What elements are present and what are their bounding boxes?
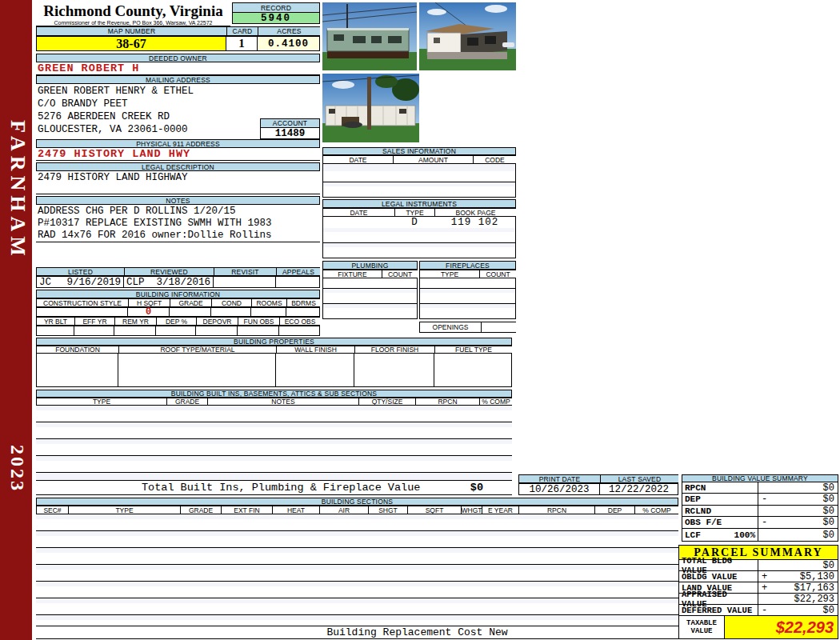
mailing-line: GREEN ROBERT HENRY & ETHEL (36, 84, 320, 98)
parcel-row: DEFERRED VALUE -$0 (679, 605, 838, 616)
tax-year: 2023 (6, 445, 28, 493)
notes-block: ADDRESS CHG PER D ROLLINS 1/20/15 P#1031… (36, 205, 320, 242)
bvs-row: RCLND $0 (682, 506, 838, 517)
taxable-row: TAXABLE VALUE $22,293 (679, 616, 838, 638)
building-info-title: BUILDING INFORMATION (36, 290, 320, 298)
mailing-line: C/O BRANDY PEET (36, 98, 320, 110)
bi-col-dep: DEP % (156, 317, 196, 326)
revisit-value (214, 277, 276, 287)
parcel-value: $22,293 (794, 594, 834, 605)
property-photo-1[interactable] (322, 2, 417, 70)
bs-col-comp: % COMP (634, 506, 678, 514)
sidebar-district-band: FARNHAM 2023 (0, 0, 32, 640)
fireplaces-empty-rows (419, 278, 516, 319)
acres-label: ACRES (258, 26, 320, 36)
builtins-col-rpcn: RPCN (415, 398, 479, 406)
bs-col-extfin: EXT FIN (221, 506, 272, 514)
bvs-value: $0 (823, 482, 834, 494)
taxable-label: TAXABLE (686, 619, 717, 627)
reviewed-date: 3/18/2016 (156, 277, 210, 288)
parcel-row: OBLDG VALUE +$5,130 (679, 571, 838, 582)
legal-description-value: 2479 HISTORY LAND HIGHWAY (36, 171, 320, 183)
deeded-owner-value: GREEN ROBERT H (36, 62, 320, 75)
bs-col-sec: SEC# (36, 506, 68, 514)
notes-label: NOTES (36, 196, 320, 205)
parcel-value: $0 (823, 605, 834, 616)
district-name: FARNHAM (6, 120, 30, 261)
physical-address-value: 2479 HISTORY LAND HWY (36, 148, 320, 161)
building-properties-cells (36, 354, 512, 387)
property-photo-2[interactable] (419, 2, 516, 70)
bvs-row: OBS F/E -$0 (682, 517, 838, 529)
parcel-op: + (762, 582, 767, 594)
parcel-value: $17,163 (794, 582, 834, 594)
legal-instruments-title: LEGAL INSTRUMENTS (322, 199, 516, 208)
bi-col-bdrms: BDRMS (286, 298, 320, 307)
taxable-label: VALUE (690, 627, 712, 635)
map-number-value: 38-67 (37, 37, 226, 50)
bi-col-depovr: DEPOVR (196, 317, 238, 326)
legal-description-label: LEGAL DESCRIPTION (36, 162, 320, 171)
page-title: Richmond County, Virginia (36, 2, 230, 20)
li-col-type: TYPE (394, 208, 434, 217)
builtins-total-value: $0 (470, 482, 512, 494)
bs-col-shgt: SHGT (368, 506, 407, 514)
last-saved-value: 12/22/2022 (600, 484, 678, 494)
physical-address-label: PHYSICAL 911 ADDRESS (36, 139, 320, 148)
li-col-date: DATE (322, 208, 394, 217)
plumbing-col-count: COUNT (382, 270, 418, 278)
account-box: ACCOUNT 11489 (260, 118, 320, 139)
parcel-value: $0 (823, 560, 834, 571)
note-line: ADDRESS CHG PER D ROLLINS 1/20/15 (36, 205, 320, 218)
property-photo-3[interactable] (322, 74, 419, 142)
card-value: 1 (226, 37, 258, 50)
parcel-summary: PARCEL SUMMARY TOTAL BLDG VALUE $0 OBLDG… (678, 545, 838, 639)
record-value: 5940 (233, 13, 319, 23)
openings-label: OPENINGS (419, 322, 481, 333)
sales-col-amount: AMOUNT (393, 155, 473, 164)
li-bookpage: 119 102 (434, 217, 515, 228)
bvs-title: BUILDING VALUE SUMMARY (682, 474, 838, 482)
print-date-value: 10/26/2023 (519, 484, 600, 494)
taxable-value: $22,293 (776, 618, 834, 637)
fireplaces-col-type: TYPE (419, 270, 479, 278)
bp-col-foundation: FOUNDATION (36, 346, 118, 354)
bvs-op: - (762, 517, 767, 528)
plumbing-empty-rows (322, 278, 418, 319)
parcel-row: TOTAL BLDG VALUE $0 (679, 560, 838, 571)
parcel-op: + (762, 571, 767, 582)
bi-col-construction: CONSTRUCTION STYLE (36, 298, 128, 307)
print-date-label: PRINT DATE (518, 474, 600, 483)
reviewed-by: CLP (126, 277, 145, 288)
bp-col-roof: ROOF TYPE/MATERIAL (118, 346, 276, 354)
sales-empty-rows (322, 164, 516, 198)
bp-col-wall: WALL FINISH (276, 346, 354, 354)
bs-col-heat: HEAT (272, 506, 319, 514)
record-box: RECORD 5940 (232, 2, 320, 24)
mailing-address-label: MAILING ADDRESS (36, 75, 320, 84)
builtins-col-grade: GRADE (166, 398, 207, 406)
bi-col-grade: GRADE (170, 298, 211, 307)
acres-value: 0.4100 (258, 37, 319, 50)
last-saved-label: LAST SAVED (600, 474, 678, 483)
plumbing-title: PLUMBING (322, 261, 418, 270)
building-replacement-footer: Building Replacement Cost New (326, 626, 507, 638)
appeals-label: APPEALS (276, 267, 320, 276)
parcel-row: APPRAISED VALUE $22,293 (679, 594, 838, 605)
bvs-value: $0 (823, 530, 834, 541)
bs-col-type: TYPE (68, 506, 180, 514)
bs-col-rpcn: RPCN (518, 506, 594, 514)
listed-date: 9/16/2019 (66, 277, 121, 288)
builtins-col-notes: NOTES (207, 398, 358, 406)
bs-col-whgt: WHGT (461, 506, 482, 514)
listed-label: LISTED (36, 267, 124, 276)
bi-col-effyr: EFF YR (74, 317, 114, 326)
li-type: D (394, 217, 434, 228)
bs-col-air: AIR (319, 506, 368, 514)
bvs-value: $0 (823, 494, 834, 505)
revisit-label: REVISIT (214, 267, 276, 276)
note-line: P#10317 REPLACE EXISTING SWMH WITH 1983 (36, 218, 320, 230)
built-ins-title: BUILDING BUILT INS, BASEMENTS, ATTICS & … (36, 390, 512, 398)
bi-col-cond: COND (211, 298, 251, 307)
openings-value (481, 322, 516, 333)
